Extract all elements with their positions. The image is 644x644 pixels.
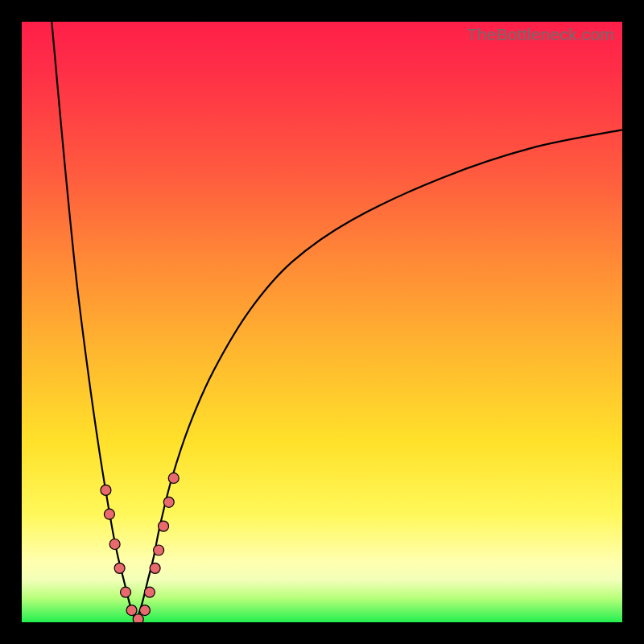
data-marker <box>163 497 174 507</box>
data-marker <box>114 563 125 573</box>
data-marker <box>133 614 143 622</box>
watermark-text: TheBottleneck.com <box>467 25 614 44</box>
data-marker <box>109 539 120 550</box>
data-marker <box>126 605 137 616</box>
bottleneck-curve <box>22 22 622 622</box>
data-marker <box>121 587 131 597</box>
data-marker <box>139 605 150 616</box>
data-marker <box>101 485 111 495</box>
data-marker <box>154 545 164 555</box>
chart-frame: TheBottleneck.com <box>0 0 644 644</box>
data-marker <box>159 521 169 531</box>
data-marker <box>168 473 179 483</box>
data-marker <box>104 509 114 519</box>
curve-right-branch <box>136 130 622 622</box>
chart-plot-area: TheBottleneck.com <box>22 22 622 622</box>
data-marker <box>150 563 160 573</box>
curve-markers <box>101 473 179 622</box>
data-marker <box>144 587 155 597</box>
curve-left-branch <box>52 22 135 622</box>
